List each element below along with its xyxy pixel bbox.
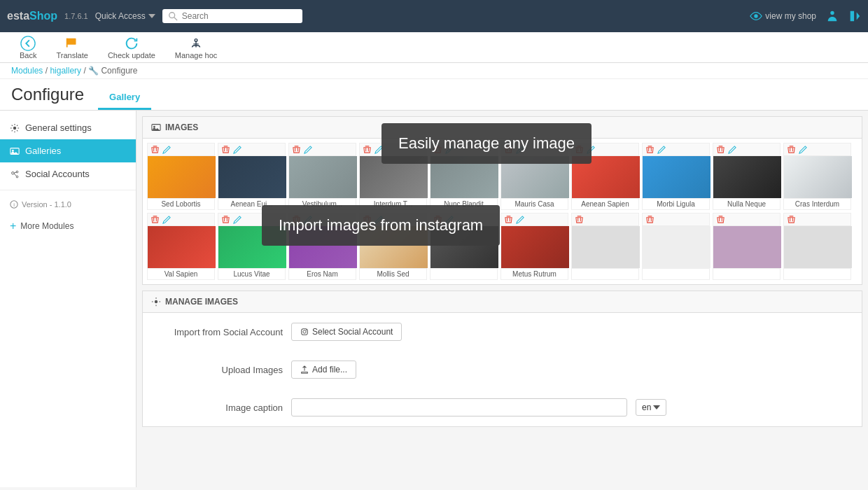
image-item: Nulla Neque	[713, 143, 780, 210]
sidebar-item-general-settings[interactable]: General settings	[0, 116, 136, 139]
edit-icon[interactable]	[799, 145, 808, 154]
top-right-actions: view my shop	[750, 10, 861, 22]
view-my-shop-btn[interactable]: view my shop	[750, 10, 816, 22]
add-file-btn[interactable]: Add file...	[291, 360, 356, 379]
select-social-account-btn[interactable]: Select Social Account	[291, 323, 402, 341]
edit-icon[interactable]	[445, 145, 454, 154]
image-item-loading	[783, 213, 851, 280]
back-button[interactable]: Back	[11, 33, 45, 62]
svg-point-7	[13, 126, 16, 129]
delete-icon[interactable]	[221, 145, 230, 154]
search-input[interactable]	[182, 11, 294, 21]
search-box	[162, 9, 302, 23]
settings-top-btn[interactable]	[848, 10, 861, 22]
instagram-icon	[300, 328, 309, 336]
breadcrumb-modules[interactable]: Modules	[11, 66, 43, 76]
manage-gear-icon	[151, 297, 161, 307]
caption-label: Image caption	[157, 402, 283, 413]
person-icon	[826, 10, 839, 22]
delete-icon[interactable]	[363, 145, 372, 154]
image-item: Mauris Casa	[500, 143, 568, 210]
edit-icon[interactable]	[516, 215, 525, 224]
brand-logo: estaShop	[7, 10, 57, 22]
logout-icon	[848, 10, 861, 22]
image-item-loading	[713, 213, 780, 280]
employee-icon-btn[interactable]	[826, 10, 839, 22]
delete-icon[interactable]	[716, 215, 725, 224]
eye-icon	[750, 10, 762, 22]
upload-icon	[300, 365, 309, 374]
caption-row: Image caption en	[143, 388, 862, 426]
check-update-button[interactable]: Check update	[99, 33, 164, 62]
sidebar-item-galleries[interactable]: Galleries	[0, 139, 136, 162]
manage-hoc-button[interactable]: Manage hoc	[167, 33, 226, 62]
svg-rect-3	[830, 11, 834, 15]
edit-icon[interactable]	[233, 215, 242, 224]
import-label: Import from Social Account	[157, 327, 283, 337]
delete-icon[interactable]	[716, 145, 725, 154]
delete-icon[interactable]	[292, 145, 301, 154]
delete-icon[interactable]	[363, 215, 372, 224]
social-icon	[10, 169, 20, 179]
svg-point-22	[306, 330, 307, 330]
delete-icon[interactable]	[645, 145, 654, 154]
delete-icon[interactable]	[787, 215, 796, 224]
edit-icon[interactable]	[374, 145, 384, 154]
sidebar-more-modules[interactable]: + More Modules	[0, 214, 136, 238]
delete-icon[interactable]	[787, 145, 796, 154]
edit-icon[interactable]	[657, 145, 666, 154]
edit-icon[interactable]	[728, 145, 737, 154]
language-selector[interactable]: en	[636, 399, 666, 416]
delete-icon[interactable]	[575, 145, 584, 154]
image-item: Mollis Sed	[359, 213, 427, 280]
top-navigation: estaShop 1.7.6.1 Quick Access view my sh…	[0, 0, 868, 32]
edit-icon[interactable]	[233, 145, 242, 154]
sidebar-item-social-accounts[interactable]: Social Accounts	[0, 162, 136, 186]
edit-icon[interactable]	[445, 215, 454, 224]
images-grid: Sed Lobortis Aenean Eui...	[143, 139, 862, 284]
edit-icon[interactable]	[162, 215, 172, 224]
delete-icon[interactable]	[150, 215, 160, 224]
caption-input[interactable]	[291, 398, 627, 416]
delete-icon[interactable]	[433, 145, 442, 154]
quick-access-dropdown[interactable]: Quick Access	[95, 11, 155, 21]
anchor-icon	[188, 36, 204, 51]
edit-icon[interactable]	[304, 215, 313, 224]
gallery-icon	[10, 146, 20, 156]
image-item: Morbi Ligula	[642, 143, 710, 210]
upload-images-row: Upload Images Add file...	[143, 351, 862, 388]
image-item: Lucus Vitae	[218, 213, 286, 280]
image-item: Eros Nam	[288, 213, 356, 280]
translate-button[interactable]: Translate	[48, 33, 96, 62]
image-item: Metus Rutrum	[500, 213, 568, 280]
edit-icon[interactable]	[587, 145, 596, 154]
edit-icon[interactable]	[304, 145, 313, 154]
svg-line-1	[174, 18, 176, 20]
delete-icon[interactable]	[221, 215, 230, 224]
delete-icon[interactable]	[575, 215, 584, 224]
edit-icon[interactable]	[162, 145, 172, 154]
manage-images-section: MANAGE IMAGES Import from Social Account…	[142, 290, 862, 427]
flag-icon	[64, 36, 80, 51]
image-item: Cras Interdum	[783, 143, 851, 210]
delete-icon[interactable]	[504, 145, 513, 154]
back-icon	[20, 36, 36, 51]
upload-label: Upload Images	[157, 365, 283, 375]
svg-line-14	[14, 174, 17, 176]
delete-icon[interactable]	[504, 215, 513, 224]
svg-point-6	[195, 38, 197, 41]
page-title: Configure	[11, 85, 84, 110]
toolbar: Back Translate Check update Manage hoc	[0, 32, 868, 63]
delete-icon[interactable]	[645, 215, 654, 224]
edit-icon[interactable]	[516, 145, 525, 154]
breadcrumb-higallery[interactable]: higallery	[50, 66, 81, 76]
delete-icon[interactable]	[150, 145, 160, 154]
image-item: Nunc Blandit	[430, 143, 498, 210]
svg-rect-5	[67, 38, 76, 44]
main-layout: General settings Galleries Social Accoun…	[0, 111, 868, 487]
delete-icon[interactable]	[433, 215, 442, 224]
tab-gallery[interactable]: Gallery	[98, 86, 151, 110]
edit-icon[interactable]	[374, 215, 384, 224]
delete-icon[interactable]	[292, 215, 301, 224]
image-item: Interdum T...	[359, 143, 427, 210]
